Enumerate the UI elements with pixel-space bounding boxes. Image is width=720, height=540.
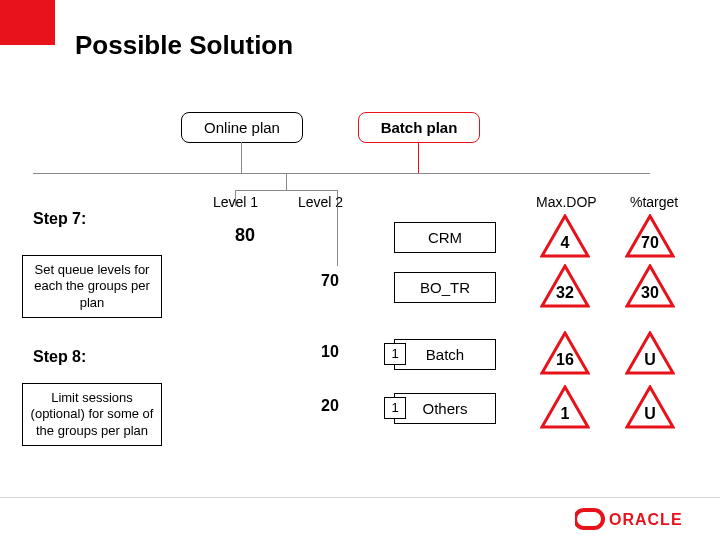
svg-text:U: U: [644, 405, 656, 422]
step7-label: Step 7:: [33, 210, 86, 228]
col-target: %target: [630, 194, 678, 210]
step8-label: Step 8:: [33, 348, 86, 366]
step8-desc-box: Limit sessions (optional) for some of th…: [22, 383, 162, 446]
online-split: [235, 190, 337, 191]
online-trunk: [286, 173, 287, 190]
group-botr: BO_TR: [394, 272, 496, 303]
maxdop-tri-2: 16: [540, 331, 590, 375]
online-plan-box: Online plan: [181, 112, 303, 143]
target-tri-0: 70: [625, 214, 675, 258]
target-tri-2: U: [625, 331, 675, 375]
group-botr-label: BO_TR: [420, 279, 470, 296]
bus-drop-online: [241, 142, 242, 173]
target-tri-1: 30: [625, 264, 675, 308]
batch-plan-label: Batch plan: [381, 119, 458, 136]
svg-text:70: 70: [641, 234, 659, 251]
col-maxdop: Max.DOP: [536, 194, 597, 210]
svg-rect-16: [575, 510, 603, 528]
level2-v3: 20: [310, 397, 350, 415]
bus-drop-batch: [418, 142, 419, 173]
maxdop-tri-1: 32: [540, 264, 590, 308]
svg-text:16: 16: [556, 351, 574, 368]
oracle-logo: ORACLE: [575, 508, 695, 530]
level1-label: Level 1: [213, 194, 258, 210]
svg-text:U: U: [644, 351, 656, 368]
maxdop-tri-3: 1: [540, 385, 590, 429]
level2-v0: 70: [310, 272, 350, 290]
maxdop-tri-0: 4: [540, 214, 590, 258]
svg-text:1: 1: [561, 405, 570, 422]
priority-others: 1: [384, 397, 406, 419]
step7-desc-box: Set queue levels for each the groups per…: [22, 255, 162, 318]
group-batch-label: Batch: [426, 346, 464, 363]
target-tri-3: U: [625, 385, 675, 429]
batch-plan-box: Batch plan: [358, 112, 480, 143]
tree-bus: [33, 173, 650, 174]
svg-text:ORACLE: ORACLE: [609, 511, 683, 528]
page-title: Possible Solution: [75, 30, 293, 61]
brand-square: [0, 0, 55, 45]
group-batch: Batch: [394, 339, 496, 370]
svg-text:4: 4: [561, 234, 570, 251]
group-others-label: Others: [422, 400, 467, 417]
level2-spine: [337, 206, 338, 266]
svg-text:32: 32: [556, 284, 574, 301]
svg-text:30: 30: [641, 284, 659, 301]
step7-desc: Set queue levels for each the groups per…: [34, 262, 150, 310]
group-crm-label: CRM: [428, 229, 462, 246]
group-crm: CRM: [394, 222, 496, 253]
online-plan-label: Online plan: [204, 119, 280, 136]
footer-divider: [0, 497, 720, 498]
priority-batch: 1: [384, 343, 406, 365]
level1-value: 80: [225, 225, 265, 246]
step8-desc: Limit sessions (optional) for some of th…: [31, 390, 154, 438]
group-others: Others: [394, 393, 496, 424]
level2-v2: 10: [310, 343, 350, 361]
